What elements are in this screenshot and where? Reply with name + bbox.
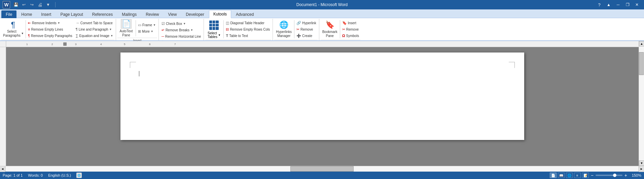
remove-breaks-button[interactable]: ↵ Remove Breaks ▼ — [160, 27, 203, 33]
zoom-in-button[interactable]: + — [624, 173, 628, 178]
redo-button[interactable]: ↪ — [28, 1, 36, 8]
scroll-thumb[interactable] — [639, 52, 644, 75]
customize-qa-button[interactable]: ▼ — [44, 1, 52, 8]
print-button[interactable]: 🖨 — [36, 1, 44, 8]
tab-home[interactable]: Home — [17, 10, 36, 18]
diagonal-icon: ◫ — [226, 21, 229, 25]
view-web-layout[interactable]: 🌐 — [566, 173, 573, 178]
hyperlinks-manager-button[interactable]: 🌐 HyperlinksManager — [274, 20, 293, 39]
check-box-arrow: ▼ — [183, 22, 186, 25]
ribbon-collapse-button[interactable]: ▲ — [604, 1, 613, 8]
view-full-reading[interactable]: 📖 — [558, 173, 565, 178]
select-paragraphs-label: SelectParagraphs ▼ — [3, 30, 23, 38]
equation-arrow: ▼ — [110, 34, 113, 37]
view-print-layout[interactable]: 📄 — [550, 173, 557, 178]
sep3 — [223, 20, 224, 38]
remove-bookmark-button[interactable]: ✂ Remove — [341, 26, 360, 32]
symbols-button[interactable]: Ω Symbols — [341, 33, 360, 39]
create-hyperlink-label: Create — [302, 34, 312, 38]
line-and-paragraph-arrow: ▼ — [109, 28, 112, 31]
ribbon-group-bookmark: 🔖 BookmarkPane 🔖 Insert ✂ Remove Ω Symbo… — [319, 19, 362, 40]
tab-advanced[interactable]: Advanced — [231, 10, 258, 18]
zoom-slider[interactable] — [596, 175, 622, 176]
document-area: // Can't run script in SVG here, use sta… — [0, 41, 644, 166]
insert-small-col: ▭ Frame ▼ ⊞ More ▼ — [137, 22, 157, 35]
language-icon[interactable]: 🌐 — [76, 173, 82, 178]
scroll-left-button[interactable]: ◄ — [0, 166, 5, 172]
hyperlink-button[interactable]: 🔗 Hyperlink — [295, 20, 318, 26]
equation-and-image-button[interactable]: ∑ Equation and Image ▼ — [74, 33, 114, 39]
remove-hyperlink-icon: ✂ — [296, 27, 299, 32]
document-main: // Can't run script in SVG here, use sta… — [6, 41, 639, 166]
scroll-up-button[interactable]: ▲ — [639, 41, 644, 46]
hscroll-thumb[interactable] — [290, 166, 354, 172]
remove-empty-paragraphs-label: Remove Empty Paragraphs — [31, 34, 72, 38]
page-container[interactable] — [6, 47, 639, 166]
save-button[interactable]: 💾 — [12, 1, 20, 8]
remove-empty-lines-label: Remove Empty Lines — [31, 28, 63, 31]
symbols-icon: Ω — [342, 34, 345, 38]
tab-developer[interactable]: Developer — [181, 10, 209, 18]
remove-horizontal-icon: ─ — [162, 34, 164, 38]
tab-references[interactable]: References — [88, 10, 117, 18]
language: English (U.S.) — [48, 173, 71, 177]
tab-view[interactable]: View — [164, 10, 181, 18]
restore-button[interactable]: ❐ — [623, 1, 632, 8]
tab-page-layout[interactable]: Page Layout — [56, 10, 87, 18]
remove-empty-paragraphs-icon: ¶ — [28, 34, 30, 38]
tab-bar: File Home Insert Page Layout References … — [0, 9, 644, 18]
vertical-ruler — [0, 41, 6, 166]
tab-insert[interactable]: Insert — [37, 10, 56, 18]
view-outline[interactable]: ≡ — [574, 173, 581, 178]
zoom-out-button[interactable]: − — [590, 173, 594, 178]
title-bar: W 💾 ↩ ↪ 🖨 ▼ Document1 - Microsoft Word ?… — [0, 0, 644, 9]
tab-review[interactable]: Review — [141, 10, 163, 18]
document-page[interactable] — [120, 52, 524, 140]
remove-indents-label: Remove Indents — [32, 21, 57, 25]
diagonal-table-header-button[interactable]: ◫ Diagonal Table Header — [224, 20, 271, 26]
scroll-down-button[interactable]: ▼ — [639, 160, 644, 166]
remove-empty-rows-cols-button[interactable]: ⊟ Remove Empty Rows Cols — [224, 26, 271, 32]
create-hyperlink-button[interactable]: ➕ Create — [295, 33, 318, 39]
line-and-paragraph-button[interactable]: ¶ Line and Paragraph ▼ — [74, 26, 114, 32]
sep1 — [26, 20, 26, 38]
remove-hyperlink-label: Remove — [300, 28, 313, 31]
tab-file[interactable]: File — [1, 10, 16, 18]
window-title: Document1 - Microsoft Word — [296, 2, 348, 7]
page-info: Page: 1 of 1 — [3, 173, 23, 177]
insert-bookmark-button[interactable]: 🔖 Insert — [341, 20, 360, 26]
select-paragraphs-button[interactable]: ¶ SelectParagraphs ▼ — [1, 20, 25, 39]
svg-text:5: 5 — [124, 43, 126, 46]
table-to-text-button[interactable]: T Table to Text — [224, 33, 271, 39]
select-tables-button[interactable]: SelectTables ▼ — [205, 20, 223, 39]
frame-button[interactable]: ▭ Frame ▼ — [137, 22, 157, 28]
remove-empty-lines-icon: ≡ — [28, 27, 30, 31]
scroll-track[interactable] — [639, 46, 644, 160]
scroll-right-button[interactable]: ► — [639, 166, 644, 172]
remove-horizontal-line-button[interactable]: ─ Remove Horizontal Line — [160, 33, 203, 39]
help-button[interactable]: ? — [595, 1, 604, 8]
minimize-button[interactable]: ─ — [614, 1, 622, 8]
hscroll-track[interactable] — [5, 166, 639, 172]
table-small-col: ◫ Diagonal Table Header ⊟ Remove Empty R… — [224, 20, 271, 39]
check-box-button[interactable]: ☑ Check Box ▼ — [160, 21, 203, 27]
zoom-slider-thumb[interactable] — [613, 174, 616, 177]
tab-kutools[interactable]: Kutools — [209, 10, 231, 18]
autotext-pane-label: AutoTextPane — [120, 29, 133, 37]
autotext-pane-button[interactable]: 📄 AutoTextPane — [117, 20, 135, 37]
vertical-scrollbar[interactable]: ▲ ▼ — [639, 41, 644, 166]
convert-tab-to-space-button[interactable]: → Convert Tab to Space — [74, 20, 114, 26]
undo-button[interactable]: ↩ — [20, 1, 28, 8]
bookmark-pane-button[interactable]: 🔖 BookmarkPane — [321, 20, 339, 39]
tab-mailings[interactable]: Mailings — [117, 10, 141, 18]
view-draft[interactable]: 📝 — [582, 173, 589, 178]
ribbon-group-insert: 📄 AutoTextPane ▭ Frame ▼ ⊞ More ▼ Insert — [116, 19, 159, 40]
close-button[interactable]: ✕ — [633, 1, 641, 8]
remove-empty-paragraphs-button[interactable]: ¶ Remove Empty Paragraphs — [27, 33, 74, 39]
remove-empty-lines-button[interactable]: ≡ Remove Empty Lines — [27, 26, 74, 32]
more-button[interactable]: ⊞ More ▼ — [137, 29, 157, 35]
remove-hyperlink-button[interactable]: ✂ Remove — [295, 26, 318, 32]
more-icon: ⊞ — [138, 29, 141, 34]
svg-rect-0 — [209, 21, 219, 30]
remove-indents-button[interactable]: ⇤ Remove Indents ▼ — [27, 20, 74, 26]
